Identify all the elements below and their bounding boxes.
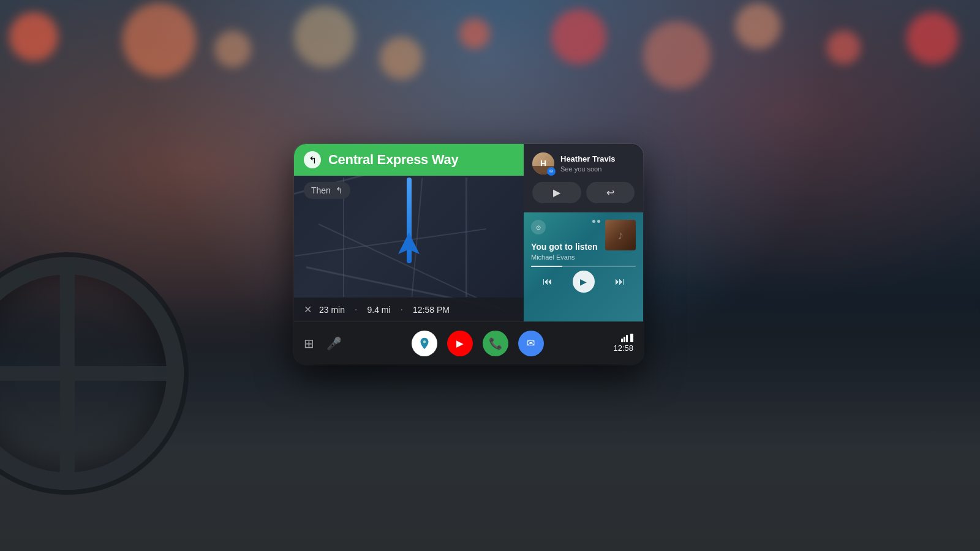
youtube-icon: ▶ [456, 339, 463, 348]
music-progress-fill [531, 266, 562, 267]
maps-icon [418, 337, 431, 350]
bokeh-light [294, 6, 355, 67]
signal-bar-1 [621, 339, 623, 342]
eta-separator-2: · [401, 304, 403, 315]
bokeh-light [123, 3, 196, 77]
music-controls: ⏮ ▶ ⏭ [531, 271, 636, 293]
status-time: 12:58 [613, 343, 633, 353]
signal-bar-2 [624, 337, 625, 342]
nav-arrow-shape [394, 233, 424, 263]
navigation-arrow [394, 233, 424, 263]
next-track-button[interactable]: ⏭ [612, 274, 627, 290]
message-icon: ✉ [547, 167, 556, 176]
bokeh-light [9, 12, 58, 61]
bokeh-light [459, 18, 490, 49]
music-progress-bar [531, 266, 636, 267]
eta-arrival-time: 12:58 PM [413, 305, 450, 315]
avatar-container: H ✉ [532, 152, 554, 174]
bottom-bar: ⊞ 🎤 ▶ 📞 ✉ [294, 321, 643, 364]
right-panel: H ✉ Heather Travis See you soon ▶ ↩ ⊙ [524, 144, 643, 321]
maps-app-button[interactable] [412, 331, 437, 356]
music-dots [592, 220, 600, 223]
then-arrow-icon: ↰ [336, 186, 343, 195]
direction-arrow-icon: ↰ [304, 151, 321, 168]
android-auto-screen: ↰ Central Express Way Then ↰ ✕ 23 min [294, 144, 643, 364]
bokeh-light [214, 31, 251, 67]
music-service-icon: ⊙ [531, 220, 546, 234]
music-dot-2 [597, 220, 600, 223]
screen-content: ↰ Central Express Way Then ↰ ✕ 23 min [294, 144, 643, 321]
music-dot-1 [592, 220, 595, 223]
bottom-left-controls: ⊞ 🎤 [304, 336, 342, 351]
messages-button[interactable]: ✉ [518, 331, 544, 356]
microphone-button[interactable]: 🎤 [326, 336, 342, 351]
play-pause-button[interactable]: ▶ [573, 271, 595, 293]
navigation-panel: ↰ Central Express Way Then ↰ ✕ 23 min [294, 144, 524, 321]
notification-text: Heather Travis See you soon [560, 154, 635, 173]
then-indicator: Then ↰ [304, 182, 350, 199]
bokeh-light [643, 21, 710, 89]
apps-grid-button[interactable]: ⊞ [304, 336, 314, 351]
artist-name: Michael Evans [531, 253, 636, 261]
notification-header: H ✉ Heather Travis See you soon [532, 152, 635, 174]
nav-direction-bar: ↰ Central Express Way [294, 144, 524, 176]
close-navigation-button[interactable]: ✕ [304, 304, 312, 315]
album-art [605, 220, 636, 250]
notification-actions: ▶ ↩ [532, 182, 635, 203]
phone-icon: 📞 [489, 337, 502, 350]
direction-street: Central Express Way [328, 152, 458, 168]
signal-bar-3 [626, 335, 628, 342]
bokeh-light [380, 37, 423, 80]
bottom-app-dock: ▶ 📞 ✉ [342, 331, 613, 356]
bokeh-light [827, 31, 861, 64]
contact-name: Heather Travis [560, 154, 635, 164]
bokeh-light [907, 12, 959, 64]
bokeh-light [735, 3, 781, 49]
bokeh-light [551, 9, 606, 64]
reply-message-button[interactable]: ↩ [586, 182, 635, 203]
phone-button[interactable]: 📞 [483, 331, 508, 356]
notification-message: See you soon [560, 165, 635, 173]
notification-card: H ✉ Heather Travis See you soon ▶ ↩ [524, 144, 643, 212]
play-message-button[interactable]: ▶ [532, 182, 581, 203]
signal-bars [621, 334, 633, 342]
youtube-music-button[interactable]: ▶ [447, 331, 473, 356]
eta-distance: 9.4 mi [367, 305, 390, 315]
music-card: ⊙ You got to listen Michael Evans [524, 212, 643, 321]
battery-icon [630, 334, 633, 342]
bottom-right-status: 12:58 [613, 334, 633, 353]
messages-icon: ✉ [527, 337, 535, 349]
map-road [295, 228, 486, 257]
previous-track-button[interactable]: ⏮ [540, 274, 555, 290]
then-label: Then [311, 186, 331, 195]
eta-bar: ✕ 23 min · 9.4 mi · 12:58 PM [294, 298, 524, 321]
eta-separator-1: · [355, 304, 357, 315]
eta-minutes: 23 min [319, 305, 345, 315]
map-road [466, 178, 467, 297]
